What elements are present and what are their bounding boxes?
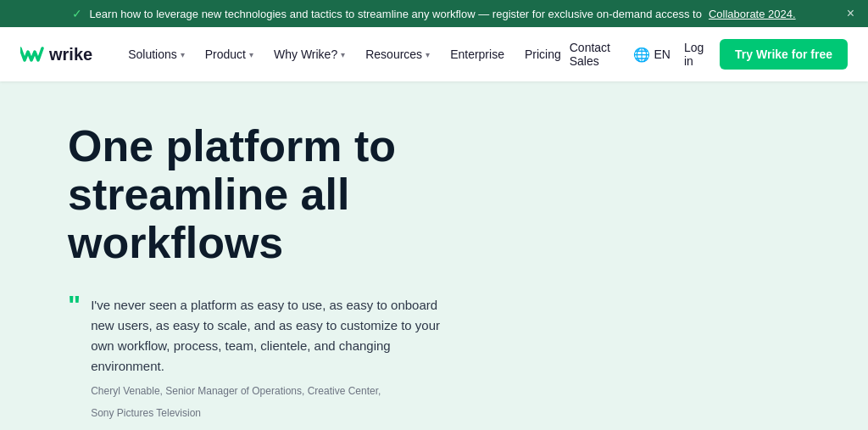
banner-text: Learn how to leverage new technologies a… — [89, 8, 702, 20]
try-free-nav-button[interactable]: Try Wrike for free — [720, 39, 848, 70]
chevron-down-icon: ▾ — [249, 50, 253, 59]
nav-item-why-wrike[interactable]: Why Wrike? ▾ — [265, 41, 353, 68]
navbar-left: wrike Solutions ▾ Product ▾ Why Wrike? ▾… — [20, 41, 570, 68]
quote-content: I've never seen a platform as easy to us… — [91, 295, 441, 421]
chevron-down-icon: ▾ — [426, 50, 430, 59]
wrike-logo-icon — [20, 45, 44, 64]
nav-item-product[interactable]: Product ▾ — [197, 41, 262, 68]
check-icon: ✓ — [72, 7, 82, 20]
quote-attribution-name: Cheryl Venable, Senior Manager of Operat… — [91, 383, 441, 399]
language-selector[interactable]: 🌐 EN — [633, 47, 670, 63]
hero-quote-block: " I've never seen a platform as easy to … — [68, 295, 441, 421]
quote-mark-icon: " — [68, 292, 81, 421]
hero-section: One platform to streamline all workflows… — [0, 81, 509, 430]
nav-links: Solutions ▾ Product ▾ Why Wrike? ▾ Resou… — [120, 41, 570, 68]
banner-link[interactable]: Collaborate 2024. — [709, 8, 796, 20]
nav-item-resources[interactable]: Resources ▾ — [357, 41, 438, 68]
logo[interactable]: wrike — [20, 45, 92, 64]
login-button[interactable]: Log in — [684, 41, 706, 68]
nav-item-solutions[interactable]: Solutions ▾ — [120, 41, 193, 68]
hero-title: One platform to streamline all workflows — [68, 122, 441, 268]
announcement-banner: ✓ Learn how to leverage new technologies… — [0, 0, 868, 27]
chevron-down-icon: ▾ — [181, 50, 185, 59]
nav-item-enterprise[interactable]: Enterprise — [442, 41, 513, 68]
quote-text: I've never seen a platform as easy to us… — [91, 295, 441, 377]
quote-attribution-company: Sony Pictures Television — [91, 405, 441, 421]
globe-icon: 🌐 — [633, 47, 650, 63]
logo-text: wrike — [49, 45, 92, 64]
navbar: wrike Solutions ▾ Product ▾ Why Wrike? ▾… — [0, 27, 868, 81]
nav-item-pricing[interactable]: Pricing — [516, 41, 570, 68]
close-icon[interactable]: × — [847, 6, 854, 21]
navbar-right: Contact Sales 🌐 EN Log in Try Wrike for … — [570, 39, 848, 70]
chevron-down-icon: ▾ — [341, 50, 345, 59]
contact-sales-link[interactable]: Contact Sales — [570, 41, 620, 68]
